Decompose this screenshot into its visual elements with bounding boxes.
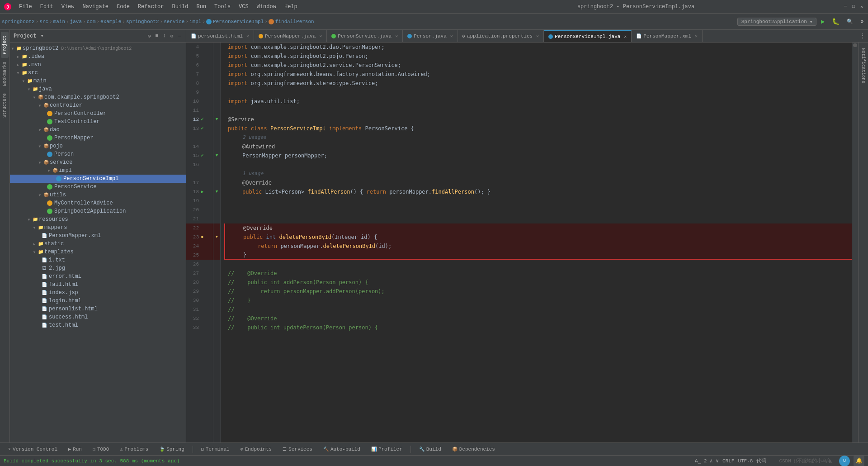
notifications-icon[interactable]: 🔔: [854, 456, 864, 466]
toolbar-debug-btn[interactable]: 🐛: [829, 16, 842, 27]
tab-person-mapper-java[interactable]: PersonMapper.java ✕: [254, 30, 327, 42]
tree-resources[interactable]: ▼ 📁 resources: [10, 215, 186, 223]
tab-close-personlist[interactable]: ✕: [246, 33, 249, 39]
bottom-tab-endpoints[interactable]: ⊕ Endpoints: [236, 446, 276, 453]
sidebar-sort-btn[interactable]: ↕: [161, 33, 167, 39]
breadcrumb-com[interactable]: com: [87, 19, 96, 24]
breadcrumb-springboot2[interactable]: springboot2: [2, 19, 35, 24]
tab-close-person-service-impl[interactable]: ✕: [624, 34, 627, 39]
code-text-area[interactable]: import com.example.springboot2.dao.Perso…: [221, 43, 852, 442]
toolbar-search-btn[interactable]: 🔍: [844, 17, 856, 26]
breadcrumb-main[interactable]: main: [53, 19, 65, 24]
tree-person-mapper-xml[interactable]: 📄 PersonMapper.xml: [10, 232, 186, 240]
tree-dao[interactable]: ▼ 📦 dao: [10, 126, 186, 134]
tree-service[interactable]: ▼ 📦 service: [10, 158, 186, 166]
bottom-tab-spring[interactable]: 🍃 Spring: [155, 446, 189, 453]
tree-controller[interactable]: ▼ 📦 controller: [10, 101, 186, 109]
fold-15[interactable]: ▼: [213, 151, 220, 160]
tree-error-html[interactable]: 📄 error.html: [10, 272, 186, 281]
bottom-tab-services[interactable]: ☰ Services: [278, 446, 317, 453]
bottom-tab-version-control[interactable]: ⌥ Version Control: [4, 446, 62, 453]
bottom-tab-problems[interactable]: ⚠ Problems: [115, 446, 153, 453]
tab-person-service-java[interactable]: PersonService.java ✕: [327, 30, 403, 42]
tree-mappers[interactable]: ▼ 📁 mappers: [10, 223, 186, 232]
tree-index-jsp[interactable]: 📄 index.jsp: [10, 289, 186, 297]
editor-scrollbar[interactable]: [852, 43, 858, 442]
breadcrumb-springboot2-pkg[interactable]: springboot2: [126, 19, 159, 24]
tree-java[interactable]: ▼ 📁 java: [10, 85, 186, 93]
tree-impl[interactable]: ▼ 📦 impl: [10, 166, 186, 175]
menu-help[interactable]: Help: [281, 3, 301, 11]
tree-person-controller[interactable]: PersonController: [10, 109, 186, 118]
tree-templates[interactable]: ▼ 📁 templates: [10, 248, 186, 256]
status-code-style[interactable]: 代码: [756, 457, 766, 464]
menu-run[interactable]: Run: [193, 3, 210, 11]
left-tab-bookmarks[interactable]: Bookmarks: [1, 58, 9, 90]
left-tab-structure[interactable]: Structure: [1, 90, 9, 121]
tree-1txt[interactable]: 📄 1.txt: [10, 256, 186, 264]
tree-test-html[interactable]: 📄 test.html: [10, 321, 186, 329]
tree-com-example[interactable]: ▼ 📦 com.example.springboot2: [10, 93, 186, 101]
tab-person-service-impl-java[interactable]: PersonServiceImpl.java ✕: [544, 30, 632, 42]
tree-my-controller-advice[interactable]: MyControllerAdvice: [10, 199, 186, 207]
menu-vcs[interactable]: VCS: [235, 3, 252, 11]
tab-overflow-btn[interactable]: ⋮: [857, 33, 868, 39]
tree-mvn[interactable]: ▶ 📁 .mvn: [10, 61, 186, 69]
status-charset[interactable]: UTF-8: [738, 458, 753, 464]
tree-root[interactable]: ▼ 📁 springboot2 D:\Users\Admin\springboo…: [10, 44, 186, 52]
bottom-tab-todo[interactable]: ☑ TODO: [88, 446, 113, 453]
gutter-marker-15[interactable]: ✓: [201, 151, 204, 160]
tab-person-java[interactable]: Person.java ✕: [403, 30, 458, 42]
tab-close-person-mapper-xml[interactable]: ✕: [695, 33, 698, 39]
user-avatar[interactable]: U: [839, 456, 850, 466]
breadcrumb-service[interactable]: service: [164, 19, 184, 24]
sidebar-collapse-btn[interactable]: ≡: [154, 33, 160, 39]
fold-12[interactable]: ▼: [213, 115, 220, 124]
bottom-tab-terminal[interactable]: ⊟ Terminal: [197, 446, 234, 453]
sidebar-settings-btn[interactable]: ⚙: [169, 33, 175, 39]
menu-code[interactable]: Code: [113, 3, 133, 11]
tree-pojo[interactable]: ▼ 📦 pojo: [10, 142, 186, 150]
tree-test-controller[interactable]: TestController: [10, 118, 186, 126]
menu-file[interactable]: File: [15, 3, 36, 11]
bottom-tab-dependencies[interactable]: 📦 Dependencies: [448, 446, 500, 453]
tree-idea[interactable]: ▶ 📁 .idea: [10, 52, 186, 61]
tree-springboot2-application[interactable]: Springboot2Application: [10, 207, 186, 215]
menu-build[interactable]: Build: [168, 3, 192, 11]
tab-person-mapper-xml[interactable]: 📄 PersonMapper.xml ✕: [632, 30, 703, 42]
tab-personlist-html[interactable]: 📄 personlist.html ✕: [186, 30, 254, 42]
tree-fail-html[interactable]: 📄 fail.html: [10, 281, 186, 289]
toolbar-settings-btn[interactable]: ⚙: [858, 17, 866, 26]
bottom-tab-build[interactable]: 🔧 Build: [415, 446, 446, 453]
gutter-debug-23[interactable]: ●: [201, 233, 204, 242]
gutter-marker-13[interactable]: ✓: [201, 124, 204, 133]
menu-window[interactable]: Window: [253, 3, 280, 11]
tree-login-html[interactable]: 📄 login.html: [10, 297, 186, 305]
left-tab-project[interactable]: Project: [1, 32, 9, 58]
tree-personlist-html[interactable]: 📄 personlist.html: [10, 305, 186, 313]
sidebar-hide-btn[interactable]: —: [176, 33, 182, 39]
tree-person[interactable]: Person: [10, 150, 186, 158]
gutter-run-18[interactable]: ▶: [201, 187, 204, 196]
breadcrumb-method[interactable]: findAllPerson: [275, 19, 314, 24]
fold-23[interactable]: ▼: [213, 233, 220, 242]
tree-static[interactable]: ▶ 📁 static: [10, 240, 186, 248]
tree-main[interactable]: ▼ 📁 main: [10, 77, 186, 85]
bottom-tab-auto-build[interactable]: 🔨 Auto-build: [319, 446, 365, 453]
breadcrumb-class[interactable]: PersonServiceImpl: [213, 19, 264, 24]
tab-close-person[interactable]: ✕: [450, 33, 453, 39]
breadcrumb-example[interactable]: example: [100, 19, 121, 24]
status-encoding[interactable]: CRLF: [722, 458, 734, 464]
gutter-marker-12[interactable]: ✓: [201, 115, 204, 124]
tab-close-person-service[interactable]: ✕: [395, 33, 398, 39]
tree-person-service[interactable]: PersonService: [10, 183, 186, 191]
tab-close-application-props[interactable]: ✕: [536, 33, 539, 39]
run-config-dropdown[interactable]: Springboot2Application ▼: [737, 18, 816, 26]
menu-refactor[interactable]: Refactor: [134, 3, 168, 11]
fold-18[interactable]: ▼: [213, 187, 220, 196]
breadcrumb-src[interactable]: src: [39, 19, 48, 24]
tree-person-service-impl[interactable]: PersonServiceImpl: [10, 175, 186, 183]
tree-2jpg[interactable]: 🖼 2.jpg: [10, 264, 186, 272]
minimize-button[interactable]: ─: [843, 4, 848, 10]
right-tab-notifications[interactable]: Notifications: [859, 44, 867, 87]
